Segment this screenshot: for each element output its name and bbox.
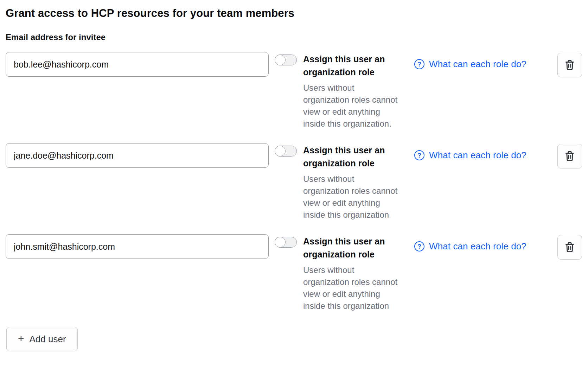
role-help-link[interactable]: ? What can each role do? [414, 59, 526, 70]
invite-users-form: Grant access to HCP resources for your t… [0, 0, 588, 351]
org-role-toggle[interactable] [275, 146, 297, 157]
org-role-toggle[interactable] [275, 237, 297, 248]
delete-row-button[interactable] [557, 53, 582, 77]
help-circle-icon: ? [414, 59, 424, 69]
invite-row: Assign this user an organization role Us… [6, 234, 582, 312]
role-help-link[interactable]: ? What can each role do? [414, 241, 526, 252]
email-input[interactable] [6, 234, 269, 259]
role-help-link[interactable]: ? What can each role do? [414, 150, 526, 161]
page-title: Grant access to HCP resources for your t… [6, 7, 582, 20]
help-link-label: What can each role do? [429, 59, 526, 70]
org-role-toggle[interactable] [275, 55, 297, 65]
role-title: Assign this user an organization role [303, 144, 399, 170]
toggle-knob [275, 146, 286, 157]
add-user-button[interactable]: + Add user [6, 327, 78, 351]
role-description: Users without organization roles cannot … [303, 173, 399, 221]
role-title: Assign this user an organization role [303, 235, 399, 261]
help-circle-icon: ? [414, 150, 424, 160]
email-input[interactable] [6, 143, 269, 168]
role-block: Assign this user an organization role Us… [303, 52, 399, 130]
role-block: Assign this user an organization role Us… [303, 234, 399, 312]
trash-icon [564, 150, 576, 162]
role-block: Assign this user an organization role Us… [303, 143, 399, 221]
role-description: Users without organization roles cannot … [303, 264, 399, 312]
invite-row: Assign this user an organization role Us… [6, 52, 582, 130]
add-user-label: Add user [30, 334, 66, 345]
toggle-knob [275, 55, 286, 65]
invite-row: Assign this user an organization role Us… [6, 143, 582, 221]
email-address-label: Email address for invitee [6, 32, 582, 42]
role-description: Users without organization roles cannot … [303, 82, 399, 130]
help-link-label: What can each role do? [429, 150, 526, 161]
email-input[interactable] [6, 52, 269, 77]
help-link-label: What can each role do? [429, 241, 526, 252]
trash-icon [564, 59, 576, 71]
help-circle-icon: ? [414, 241, 424, 251]
toggle-knob [275, 237, 286, 248]
role-title: Assign this user an organization role [303, 53, 399, 79]
trash-icon [564, 241, 576, 253]
delete-row-button[interactable] [557, 144, 582, 168]
plus-icon: + [18, 333, 24, 344]
delete-row-button[interactable] [557, 235, 582, 260]
